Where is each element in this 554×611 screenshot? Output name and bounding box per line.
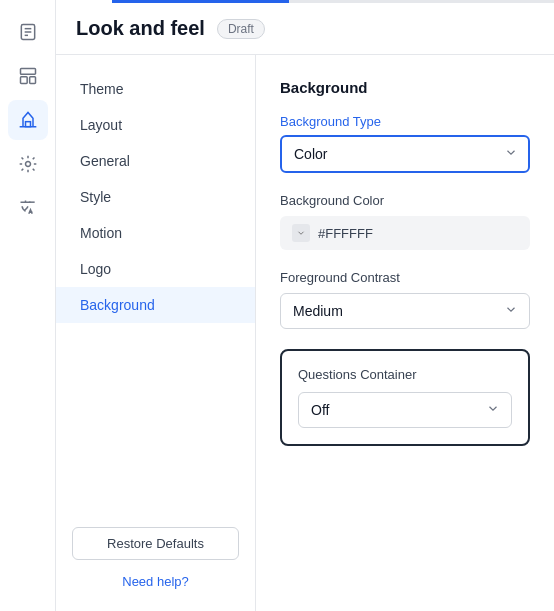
background-color-group: Background Color #FFFFFF [280, 193, 530, 250]
nav-item-theme[interactable]: Theme [56, 71, 255, 107]
left-nav: Theme Layout General Style Motion Logo B… [56, 55, 256, 611]
main-content: Look and feel Draft Theme Layout General… [56, 0, 554, 611]
background-type-select[interactable]: Color Image Gradient [280, 135, 530, 173]
background-type-label[interactable]: Background Type [280, 114, 530, 129]
svg-rect-7 [25, 122, 30, 127]
svg-rect-6 [29, 77, 35, 84]
icon-sidebar [0, 0, 56, 611]
sidebar-icon-layout[interactable] [8, 56, 48, 96]
sidebar-icon-translate[interactable] [8, 188, 48, 228]
nav-item-layout[interactable]: Layout [56, 107, 255, 143]
questions-container-box: Questions Container Off On [280, 349, 530, 446]
right-panel: Background Background Type Color Image G… [256, 55, 554, 611]
questions-container-select-wrapper: Off On [298, 392, 512, 428]
progress-bar [112, 0, 554, 3]
background-color-label: Background Color [280, 193, 530, 208]
content-body: Theme Layout General Style Motion Logo B… [56, 55, 554, 611]
foreground-contrast-group: Foreground Contrast Low Medium High [280, 270, 530, 329]
foreground-contrast-label: Foreground Contrast [280, 270, 530, 285]
color-swatch-button[interactable] [292, 224, 310, 242]
nav-item-motion[interactable]: Motion [56, 215, 255, 251]
draft-badge: Draft [217, 19, 265, 39]
need-help-link[interactable]: Need help? [56, 568, 255, 595]
section-title: Background [280, 79, 530, 96]
sidebar-icon-forms[interactable] [8, 12, 48, 52]
restore-defaults-button[interactable]: Restore Defaults [72, 527, 239, 560]
nav-item-background[interactable]: Background [56, 287, 255, 323]
nav-item-style[interactable]: Style [56, 179, 255, 215]
nav-item-general[interactable]: General [56, 143, 255, 179]
sidebar-icon-design[interactable] [8, 100, 48, 140]
sidebar-icon-settings[interactable] [8, 144, 48, 184]
page-title: Look and feel [76, 17, 205, 40]
questions-container-select[interactable]: Off On [298, 392, 512, 428]
svg-rect-4 [20, 69, 35, 75]
header: Look and feel Draft [56, 3, 554, 55]
progress-bar-fill [112, 0, 289, 3]
svg-rect-5 [20, 77, 27, 84]
foreground-contrast-select-wrapper: Low Medium High [280, 293, 530, 329]
questions-container-label: Questions Container [298, 367, 512, 382]
foreground-contrast-select[interactable]: Low Medium High [280, 293, 530, 329]
color-hex-value: #FFFFFF [318, 226, 518, 241]
svg-point-8 [25, 162, 30, 167]
background-type-select-wrapper: Color Image Gradient [280, 135, 530, 173]
background-type-group: Background Type Color Image Gradient [280, 114, 530, 173]
background-color-field: #FFFFFF [280, 216, 530, 250]
nav-item-logo[interactable]: Logo [56, 251, 255, 287]
